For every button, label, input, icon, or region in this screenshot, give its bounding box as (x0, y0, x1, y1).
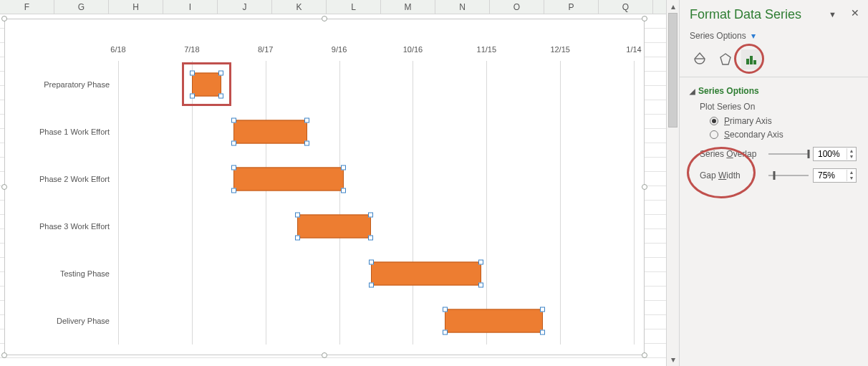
series-overlap-value[interactable] (814, 149, 847, 159)
column-header[interactable]: F (0, 0, 54, 14)
category-label: Testing Phase (60, 269, 110, 278)
chart-resize-handle[interactable] (642, 184, 647, 190)
bar-selection-handle[interactable] (304, 118, 309, 123)
bar-selection-handle[interactable] (540, 307, 545, 312)
gap-width-slider[interactable] (768, 171, 809, 180)
gap-width-value[interactable] (814, 170, 847, 180)
close-icon[interactable]: ✕ (851, 7, 859, 19)
column-header[interactable]: J (218, 0, 272, 14)
chart-resize-handle[interactable] (322, 352, 327, 358)
column-header[interactable]: O (490, 0, 544, 14)
series-overlap-slider[interactable] (768, 150, 809, 158)
plot-series-on-label: Plot Series On (700, 102, 858, 112)
category-label: Delivery Phase (57, 317, 110, 325)
scroll-track[interactable] (667, 13, 679, 353)
chart-resize-handle[interactable] (1, 184, 7, 190)
bar-selection-handle[interactable] (231, 165, 236, 170)
bar-selection-handle[interactable] (369, 260, 374, 265)
bar-selection-handle[interactable] (295, 236, 300, 241)
chart-resize-handle[interactable] (642, 352, 647, 358)
pane-category-icons (690, 49, 858, 69)
category-label: Phase 2 Work Effort (39, 175, 110, 183)
annotation-highlight-rect (182, 62, 231, 106)
scroll-thumb[interactable] (668, 13, 677, 127)
bar-selection-handle[interactable] (231, 118, 236, 123)
bar-selection-handle[interactable] (295, 213, 300, 218)
category-label: Phase 1 Work Effort (39, 127, 110, 136)
bar-selection-handle[interactable] (478, 260, 483, 265)
spin-down-icon[interactable]: ▼ (847, 175, 856, 181)
bar-selection-handle[interactable] (304, 141, 309, 146)
x-tick-label: 1/14 (626, 45, 641, 54)
bar-selection-handle[interactable] (443, 307, 448, 312)
vertical-scrollbar[interactable]: ▴ ▾ (666, 0, 679, 366)
x-tick-label: 10/16 (403, 45, 423, 54)
chart-plot-area[interactable]: 6/187/188/179/1610/1611/1512/151/14 Prep… (12, 45, 634, 345)
data-bar[interactable] (371, 262, 481, 286)
chevron-down-icon: ▾ (751, 31, 756, 41)
svg-marker-0 (720, 54, 730, 64)
column-header[interactable]: H (109, 0, 163, 14)
primary-axis-radio[interactable]: Primary Axis (710, 116, 858, 126)
divider (680, 77, 868, 77)
data-bar[interactable] (297, 215, 371, 239)
primary-axis-label: Primary Axis (724, 116, 772, 126)
category-label: Phase 3 Work Effort (39, 222, 110, 231)
bar-selection-handle[interactable] (369, 283, 374, 288)
data-bar[interactable] (233, 168, 344, 191)
spin-down-icon[interactable]: ▼ (847, 154, 856, 160)
annotation-circle-gap-width (687, 147, 756, 198)
bar-selection-handle[interactable] (368, 236, 373, 241)
gridline (634, 61, 635, 345)
bar-selection-handle[interactable] (368, 213, 373, 218)
category-axis-labels: Preparatory PhasePhase 1 Work EffortPhas… (12, 61, 118, 345)
column-header[interactable]: G (54, 0, 109, 14)
secondary-axis-radio[interactable]: Secondary Axis (710, 130, 858, 140)
pane-dropdown-icon[interactable]: ▼ (829, 10, 836, 19)
x-tick-label: 6/18 (110, 45, 125, 54)
spin-up-icon[interactable]: ▲ (847, 148, 856, 154)
x-tick-label: 11/15 (477, 45, 497, 54)
column-header[interactable]: K (272, 0, 327, 14)
chart-resize-handle[interactable] (1, 352, 7, 358)
column-header[interactable]: N (435, 0, 490, 14)
bar-selection-handle[interactable] (540, 330, 545, 335)
bar-selection-handle[interactable] (341, 165, 346, 170)
chart-resize-handle[interactable] (642, 16, 647, 21)
spin-up-icon[interactable]: ▲ (847, 170, 856, 175)
effects-icon[interactable] (715, 49, 736, 69)
collapse-icon: ◢ (690, 87, 695, 95)
scroll-up-button[interactable]: ▴ (667, 0, 679, 13)
gap-width-input[interactable]: ▲▼ (813, 168, 857, 183)
fill-line-icon[interactable] (690, 49, 710, 69)
annotation-circle-icon (734, 44, 764, 74)
series-options-dropdown[interactable]: Series Options ▾ (690, 31, 858, 41)
data-bar[interactable] (233, 120, 307, 144)
series-overlap-input[interactable]: ▲▼ (813, 147, 857, 161)
x-axis-ticks: 6/187/188/179/1610/1611/1512/151/14 (118, 45, 634, 57)
column-header[interactable]: I (163, 0, 218, 14)
section-title: Series Options (698, 86, 759, 96)
data-bar[interactable] (445, 309, 543, 333)
category-label: Preparatory Phase (44, 80, 110, 89)
bar-selection-handle[interactable] (478, 283, 483, 288)
bar-selection-handle[interactable] (443, 330, 448, 335)
worksheet-area[interactable]: FGHIJKLMNOPQ 6/187/188/179/1610/1611/151… (0, 0, 666, 366)
series-options-label: Series Options (690, 31, 746, 41)
series-options-section-header[interactable]: ◢ Series Options (690, 86, 858, 96)
column-header[interactable]: L (327, 0, 381, 14)
bar-selection-handle[interactable] (341, 188, 346, 193)
column-header-row: FGHIJKLMNOPQ (0, 0, 666, 14)
column-header[interactable]: Q (599, 0, 653, 14)
bar-selection-handle[interactable] (231, 141, 236, 146)
x-tick-label: 12/15 (550, 45, 570, 54)
x-tick-label: 8/17 (258, 45, 273, 54)
scroll-down-button[interactable]: ▾ (667, 353, 679, 366)
chart-resize-handle[interactable] (322, 16, 327, 21)
chart-resize-handle[interactable] (1, 16, 7, 21)
chart-object[interactable]: 6/187/188/179/1610/1611/1512/151/14 Prep… (4, 19, 645, 355)
column-header[interactable]: M (381, 0, 435, 14)
bar-selection-handle[interactable] (231, 188, 236, 193)
column-header[interactable]: P (544, 0, 599, 14)
format-data-series-pane: Format Data Series ▼ ✕ Series Options ▾ … (679, 0, 868, 366)
